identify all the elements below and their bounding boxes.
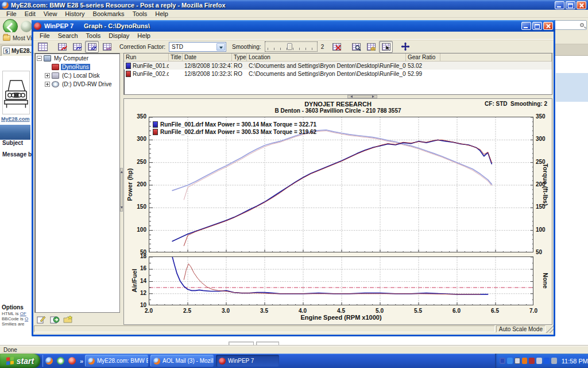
resize-grip[interactable] (546, 325, 554, 333)
winpep-maximize-button[interactable] (532, 22, 542, 30)
tick-label: 100 (536, 227, 552, 233)
tree-item-d-drive[interactable]: (D:) DVD-RW Drive (35, 80, 119, 88)
y-axis-label-none: None (542, 273, 549, 289)
run2-color-swatch (126, 71, 131, 77)
graph-subtitle: B Denton - 3603 Pavillion Circle - 210 7… (124, 108, 552, 114)
winpep-app-title: WinPEP 7 (44, 22, 74, 29)
move-cross-icon (401, 42, 410, 51)
tray-aim-icon[interactable] (522, 358, 528, 364)
graph-torque-button[interactable] (70, 41, 84, 53)
winpep-menu-file[interactable]: File (36, 32, 54, 39)
zoom-tool-button[interactable] (349, 41, 363, 53)
run-list-view-button[interactable] (36, 41, 49, 53)
firefox-close-button[interactable] (577, 1, 586, 9)
collapse-icon[interactable] (37, 56, 42, 61)
column-header-title[interactable]: Title (169, 53, 183, 61)
taskbar-button-winpep[interactable]: WinPEP 7 (216, 355, 279, 367)
quick-launch-firefox-icon[interactable] (45, 357, 53, 365)
graph-settings-readout: CF: STD Smoothing: 2 (485, 101, 547, 107)
tree-item-my-computer[interactable]: My Computer (35, 55, 119, 62)
expand-icon[interactable] (45, 73, 50, 78)
firefox-icon (88, 358, 95, 365)
winpep-menu-help[interactable]: Help (133, 32, 154, 39)
search-input[interactable] (554, 20, 587, 30)
tray-app-icon[interactable] (529, 358, 535, 364)
html-status-link[interactable]: OF (20, 311, 26, 316)
splitter-handle[interactable] (120, 168, 123, 212)
pan-tool-button[interactable] (364, 41, 378, 53)
tick-label: 3.5 (257, 308, 272, 314)
tray-bluetooth-icon[interactable] (544, 358, 550, 364)
tree-item-c-drive[interactable]: (C:) Local Disk (35, 72, 119, 79)
edit-run-button[interactable] (37, 315, 47, 324)
smoothing-slider[interactable] (265, 41, 318, 52)
winpep-titlebar[interactable]: WinPEP 7 Graph - C:\DynoRuns\ (32, 20, 555, 32)
chevron-down-icon[interactable] (216, 43, 225, 51)
start-button[interactable]: start (0, 354, 40, 368)
air-fuel-plot[interactable] (149, 256, 533, 305)
run-file-table: Run Title Date Type Location Gear Ratio … (123, 53, 552, 95)
expand-icon[interactable] (45, 82, 50, 87)
clear-graph-button[interactable] (330, 41, 343, 53)
taskbar-button-mye28[interactable]: MyE28.com: BMW E2... (85, 355, 148, 367)
firefox-icon (153, 358, 160, 365)
correction-factor-select[interactable]: STD (169, 42, 226, 52)
forward-button[interactable] (21, 21, 32, 32)
graph-combined-button[interactable] (85, 41, 99, 53)
power-torque-plot[interactable] (149, 117, 533, 252)
tray-help-icon[interactable] (500, 358, 505, 364)
table-row[interactable]: RunFile_002.drf 12/8/2008 10:32:33 PM RO… (124, 70, 552, 78)
slider-thumb[interactable] (287, 43, 292, 50)
status-cell-left (34, 325, 495, 332)
tray-volume-icon[interactable] (551, 358, 557, 364)
move-axes-button[interactable] (399, 41, 412, 53)
column-header-run[interactable]: Run (124, 53, 169, 61)
winpep-menu-display[interactable]: Display (105, 32, 133, 39)
site-logo[interactable] (2, 71, 30, 114)
tick-label: 100 (129, 227, 146, 233)
table-row[interactable]: RunFile_001.drf 12/8/2008 10:32:47 ... R… (124, 62, 552, 70)
chart-dual-line-icon (91, 45, 97, 51)
taskbar-clock[interactable]: 11:58 PM (562, 358, 588, 365)
correction-factor-label: Correction Factor: (119, 44, 165, 50)
taskbar-window-buttons: MyE28.com: BMW E2... AOL Mail (3) - Mozi… (85, 355, 279, 367)
site-logo-caption[interactable]: MyE28.com (1, 116, 30, 122)
winpep-menu-search[interactable]: Search (54, 32, 82, 39)
graph-overlay-button[interactable] (100, 41, 114, 53)
graph-power-button[interactable] (55, 41, 69, 53)
firefox-menu-bookmarks[interactable]: Bookmarks (89, 10, 129, 17)
column-header-date[interactable]: Date (183, 53, 232, 61)
legend-entry-run2: RunFile_002.drf Max Power = 300.53 Max T… (153, 128, 316, 136)
quick-launch-aol-icon[interactable] (68, 357, 76, 365)
vertical-splitter[interactable] (120, 53, 123, 325)
column-header-type[interactable]: Type (232, 53, 247, 61)
quick-launch-messenger-icon[interactable] (57, 357, 64, 365)
tree-item-dynoruns[interactable]: DynoRuns (35, 63, 119, 71)
firefox-menu-edit[interactable]: Edit (21, 10, 40, 17)
chart-up-arrow-icon (61, 45, 67, 51)
select-tool-button[interactable] (379, 41, 393, 53)
tray-update-icon[interactable] (507, 358, 513, 364)
column-header-gear-ratio[interactable]: Gear Ratio (406, 53, 440, 61)
firefox-minimize-button[interactable] (555, 1, 564, 9)
winpep-close-button[interactable] (543, 22, 553, 30)
firefox-menu-help[interactable]: Help (151, 10, 172, 17)
column-header-location[interactable]: Location (247, 53, 406, 61)
firefox-restore-button[interactable] (566, 1, 575, 9)
winpep-minimize-button[interactable] (521, 22, 531, 30)
firefox-menu-tools[interactable]: Tools (129, 10, 152, 17)
winpep-menu-tools[interactable]: Tools (82, 32, 105, 39)
winpep-toolbar: Correction Factor: STD Smoothing: 2 (33, 40, 554, 53)
quick-launch-overflow-chevron[interactable]: » (80, 358, 83, 365)
firefox-menu-file[interactable]: File (2, 10, 21, 17)
tick-label: 200 (536, 181, 552, 187)
bbcode-status-link[interactable]: O (25, 316, 28, 321)
taskbar-button-aol-mail[interactable]: AOL Mail (3) - Mozilla ... (150, 355, 214, 367)
new-folder-button[interactable] (63, 315, 73, 324)
tray-display-icon[interactable] (514, 358, 520, 364)
firefox-menu-view[interactable]: View (40, 10, 61, 17)
firefox-menu-history[interactable]: History (61, 10, 88, 17)
export-run-button[interactable] (50, 315, 60, 324)
tray-mouse-icon[interactable] (536, 358, 542, 364)
system-tray: 11:58 PM (495, 354, 588, 368)
